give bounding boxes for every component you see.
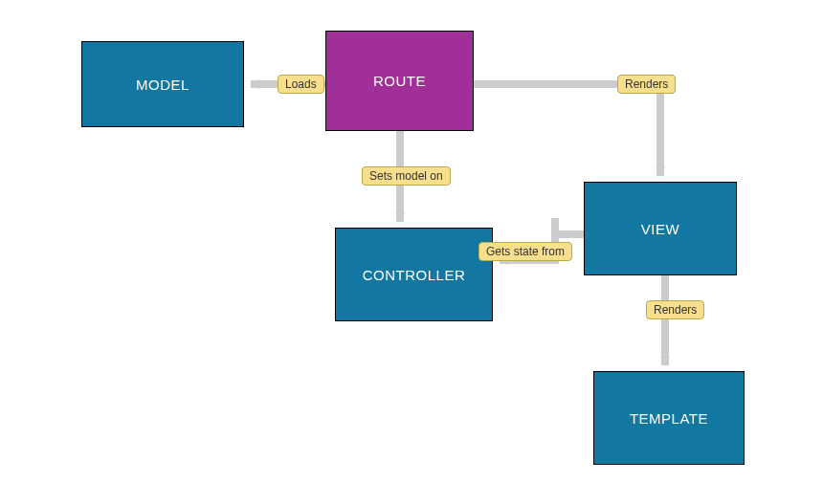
node-model-label: MODEL [136,77,189,93]
edge-label-gets-state-from: Gets state from [478,242,572,261]
node-route: ROUTE [325,31,474,131]
node-template-label: TEMPLATE [630,410,708,427]
node-route-label: ROUTE [373,73,426,89]
diagram-canvas: MODEL ROUTE CONTROLLER VIEW TEMPLATE Loa… [0,0,823,504]
edge-label-renders-template: Renders [646,300,704,319]
edge-label-loads: Loads [278,75,324,94]
node-view: VIEW [584,182,737,275]
node-controller-label: CONTROLLER [363,267,466,283]
node-view-label: VIEW [641,221,679,237]
node-controller: CONTROLLER [335,228,493,321]
edge-label-sets-model-on: Sets model on [362,166,451,186]
node-template: TEMPLATE [593,371,745,465]
edge-label-renders-view: Renders [617,75,676,94]
arrow-route-view [474,84,660,176]
node-model: MODEL [81,41,244,127]
